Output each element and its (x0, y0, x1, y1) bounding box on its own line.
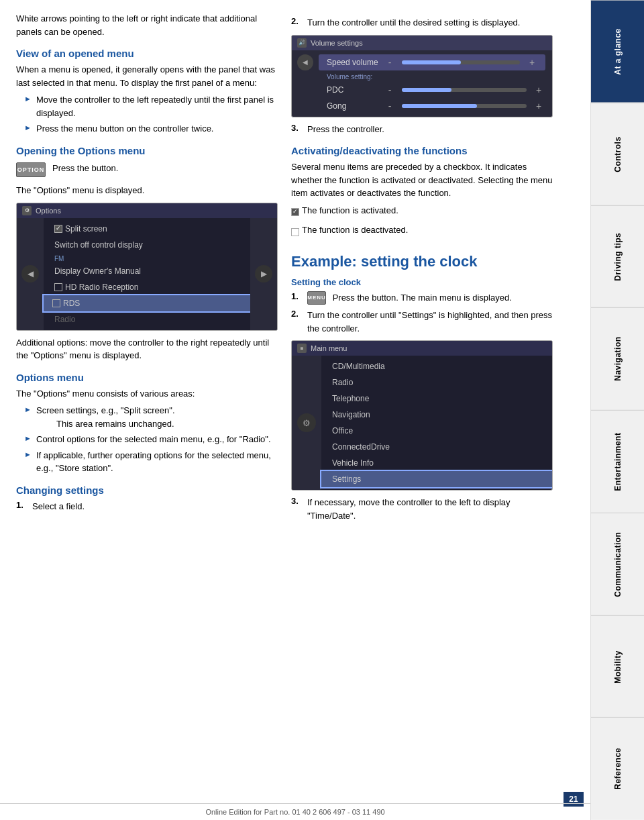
options-screen-body: Split screen Switch off control display … (44, 218, 250, 330)
options-item-split-screen: Split screen (44, 221, 250, 237)
sidebar-tab-navigation[interactable]: Navigation (591, 307, 644, 410)
bullet-arrow-2: ► (24, 123, 32, 132)
options-item-rds: RDS (44, 295, 250, 311)
step-text-1: Select a field. (32, 500, 85, 513)
options-display-text: The "Options" menu is displayed. (16, 184, 278, 197)
sidebar-tab-reference[interactable]: Reference (591, 717, 644, 820)
options-screen-title: Options (36, 207, 61, 215)
sidebar-tab-driving-tips[interactable]: Driving tips (591, 205, 644, 308)
main-menu-screen-mockup: ≡ Main menu ⚙ CD/Multimedia Radio Teleph… (291, 340, 553, 491)
section1-body: When a menu is opened, it generally open… (16, 63, 278, 89)
activated-text: The function is activated. (302, 204, 398, 217)
options-item-hd-radio: HD Radio Reception (44, 279, 250, 295)
options-bullet-text-3: If applicable, further operating options… (36, 449, 278, 475)
footer-text: Online Edition for Part no. 01 40 2 606 … (205, 808, 384, 816)
step-select-field: 1. Select a field. (16, 500, 278, 513)
vol-screen-body: Speed volume - + ◀ Volume setting: (292, 50, 552, 117)
clock-step1-num: 1. (291, 291, 305, 301)
vol-fill-speed (402, 60, 461, 64)
right-step2-num: 2. (291, 16, 305, 26)
section4-heading: Changing settings (16, 484, 278, 496)
right-step3-text: Press the controller. (307, 123, 384, 136)
gear-icon: ⚙ (297, 413, 316, 432)
deactivated-text: The function is deactivated. (302, 223, 408, 237)
vol-slider-speed (402, 60, 520, 64)
option-button-area: OPTION Press the button. (16, 162, 278, 179)
press-button-text: Press the button. (52, 162, 118, 175)
right-step2: 2. Turn the controller until the desired… (291, 16, 553, 30)
menu-button-image: MENU (307, 291, 326, 305)
vol-left-nav: ◀ (297, 54, 313, 70)
vol-row-speed: Speed volume - + (319, 54, 545, 70)
vol-fill-gong (402, 104, 477, 108)
bullet-item-1: ► Move the controller to the left repeat… (24, 93, 278, 119)
sidebar-tab-at-a-glance[interactable]: At a glance (591, 0, 644, 103)
vol-minus-speed: - (384, 57, 395, 68)
main-menu-left-area: ⚙ (292, 356, 321, 490)
menu-item-vehicle-info: Vehicle Info (321, 455, 552, 471)
vol-section-header: Volume setting: (319, 72, 552, 82)
vol-slider-gong (402, 104, 527, 108)
vol-plus-speed: + (527, 57, 537, 68)
bullet-text-1: Move the controller to the left repeated… (36, 93, 278, 119)
vol-label-gong: Gong (327, 101, 380, 111)
sidebar-tab-entertainment[interactable]: Entertainment (591, 410, 644, 513)
clock-step2-text: Turn the controller until "Settings" is … (307, 309, 553, 335)
checkbox-hd-radio (54, 283, 62, 291)
options-item-display-manual: Display Owner's Manual (44, 263, 250, 279)
menu-item-connected-drive: ConnectedDrive (321, 439, 552, 455)
checkbox-deactivated (291, 228, 299, 236)
options-bullet-arrow-3: ► (24, 450, 32, 458)
clock-step1: 1. MENU Press the button. The main menu … (291, 291, 553, 305)
sidebar-tab-controls[interactable]: Controls (591, 103, 644, 205)
additional-options-text: Additional options: move the controller … (16, 336, 278, 362)
options-bullet-text-2: Control options for the selected main me… (36, 433, 271, 446)
options-bullet-3: ► If applicable, further operating optio… (24, 449, 278, 475)
clock-step3-num: 3. (291, 496, 305, 506)
page-footer: Online Edition for Part no. 01 40 2 606 … (0, 803, 590, 820)
menu-item-radio: Radio (321, 374, 552, 391)
vol-minus-pdc: - (384, 85, 395, 95)
menu-item-office: Office (321, 423, 552, 439)
vol-plus-pdc: + (533, 85, 544, 95)
clock-step3-text: If necessary, move the controller to the… (307, 496, 553, 522)
main-menu-body: ⚙ CD/Multimedia Radio Telephone Navigati… (292, 356, 552, 490)
menu-item-telephone: Telephone (321, 391, 552, 407)
volume-screen-mockup: 🔊 Volume settings Speed volume - (291, 35, 553, 117)
vol-label-speed: Speed volume (327, 58, 380, 67)
menu-item-cd: CD/Multimedia (321, 358, 552, 374)
vol-plus-gong: + (533, 101, 544, 111)
sidebar: At a glance Controls Driving tips Naviga… (590, 0, 644, 820)
vol-label-pdc: PDC (327, 85, 380, 95)
bullet-text-2: Press the menu button on the controller … (36, 122, 213, 136)
section1-heading: View of an opened menu (16, 48, 278, 59)
vol-row-gong: Gong - + (319, 98, 552, 114)
options-screen-title-bar: ⚙ Options (17, 203, 277, 218)
options-bullet-text-1: Screen settings, e.g., "Split screen". (36, 405, 175, 415)
options-screen-mockup: ⚙ Options ◀ Split screen Switch off cont… (16, 203, 278, 331)
vol-title-bar: 🔊 Volume settings (292, 36, 552, 50)
sidebar-tab-mobility[interactable]: Mobility (591, 615, 644, 718)
activating-heading: Activating/deactivating the functions (291, 145, 553, 156)
vol-fill-pdc (402, 88, 451, 92)
activating-body: Several menu items are preceded by a che… (291, 160, 553, 200)
main-menu-title-bar: ≡ Main menu (292, 341, 552, 356)
options-item-fm-label: FM (44, 253, 250, 263)
vol-row-pdc: PDC - + (319, 82, 552, 98)
vol-minus-gong: - (384, 101, 395, 111)
options-left-nav: ◀ (21, 265, 39, 283)
right-step3: 3. Press the controller. (291, 123, 553, 136)
right-step3-num: 3. (291, 123, 305, 133)
checked-icon-activated (291, 208, 299, 216)
intro-text: White arrows pointing to the left or rig… (16, 12, 278, 38)
clock-step2-num: 2. (291, 309, 305, 319)
options-item-switch-off: Switch off control display (44, 237, 250, 253)
deactivated-row: The function is deactivated. (291, 223, 553, 241)
clock-step3: 3. If necessary, move the controller to … (291, 496, 553, 522)
section2-heading: Opening the Options menu (16, 145, 278, 156)
main-menu-title-icon: ≡ (297, 344, 307, 353)
right-step2-text: Turn the controller until the desired se… (307, 16, 520, 30)
vol-title-icon: 🔊 (297, 38, 307, 48)
main-menu-screen-title: Main menu (311, 344, 347, 352)
sidebar-tab-communication[interactable]: Communication (591, 513, 644, 615)
